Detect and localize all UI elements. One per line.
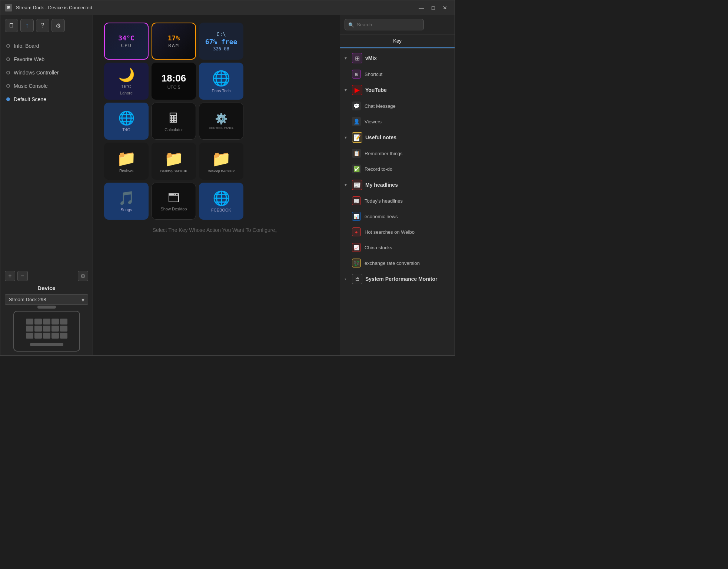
minimize-button[interactable]: —: [416, 3, 426, 12]
economic-news-icon: 📊: [352, 212, 361, 221]
remember-things-icon: 📋: [352, 149, 361, 158]
restore-button[interactable]: 🗒: [5, 19, 18, 32]
tab-key-label: Key: [393, 38, 401, 44]
plugin-group-system-performance[interactable]: › 🖥 System Performance Monitor: [340, 271, 455, 287]
useful-notes-name: Useful notes: [365, 134, 396, 140]
shortcut-icon: ⊞: [352, 70, 361, 79]
key-cpu[interactable]: 34°C CPU: [104, 23, 149, 60]
viewers-name: Viewers: [365, 119, 382, 124]
system-performance-name: System Performance Monitor: [365, 276, 438, 282]
hot-searches-weibo-icon: ●: [352, 227, 361, 236]
sidebar: 🗒 ↑ ? ⚙ Info. Board Favorite Web Windows…: [0, 15, 93, 355]
app-icon: ⊞: [5, 4, 12, 11]
device-title: Device: [5, 285, 88, 291]
hot-searches-weibo-name: Hot searches on Weibo: [365, 229, 415, 235]
device-visual: [5, 311, 88, 352]
settings-button[interactable]: ⚙: [51, 19, 65, 32]
tab-key[interactable]: Key: [340, 34, 455, 48]
sidebar-item-default-scene[interactable]: Default Scene: [0, 93, 93, 106]
plugin-item-exchange-rate[interactable]: 💱 exchange rate conversion: [340, 255, 455, 271]
key-desktop-backup-1[interactable]: 📁 Desktop BACKUP: [152, 143, 196, 180]
system-performance-icon: 🖥: [352, 274, 362, 284]
key-songs[interactable]: 🎵 Songs: [104, 183, 149, 220]
vmix-name: vMix: [365, 55, 377, 61]
nav-dot-music-console: [6, 84, 10, 88]
chat-message-icon: 💬: [352, 102, 361, 110]
search-input[interactable]: [345, 19, 424, 30]
device-key-7: [34, 326, 42, 332]
config-prompt-text: Select The Key Whose Action You Want To …: [153, 227, 280, 233]
key-t4g[interactable]: 🌐 T4G: [104, 103, 149, 140]
device-select-wrap: Stream Dock 298: [5, 294, 88, 305]
plugin-item-record-todo[interactable]: ✅ Record to-do: [340, 161, 455, 177]
key-weather[interactable]: 🌙 16°C Lahore: [104, 63, 149, 100]
nav-dot-info-board: [6, 44, 10, 48]
device-select[interactable]: Stream Dock 298: [5, 294, 88, 305]
sidebar-item-info-board[interactable]: Info. Board: [0, 39, 93, 53]
key-calculator[interactable]: 🖩 Calculator: [152, 103, 196, 140]
device-key-15: [60, 333, 67, 339]
sidebar-label-default-scene: Default Scene: [14, 96, 46, 102]
key-globe-enostech[interactable]: 🌐 Enos Tech: [199, 63, 243, 100]
plugin-item-viewers[interactable]: 👤 Viewers: [340, 114, 455, 129]
plugin-group-my-headlines[interactable]: ▾ 📰 My headlines: [340, 177, 455, 193]
scene-options-button[interactable]: ⊞: [78, 271, 88, 281]
key-reviews[interactable]: 📁 Reviews: [104, 143, 149, 180]
device-key-9: [51, 326, 59, 332]
main-content: 34°C CPU 17% RAM C:\ 67% free 326 GB 🌙 1…: [93, 15, 340, 355]
tab-bar: Key: [340, 34, 455, 49]
todays-headlines-name: Today's headlines: [365, 198, 403, 204]
chevron-system-performance: ›: [345, 276, 349, 282]
china-stocks-name: China stocks: [365, 245, 392, 250]
device-key-2: [34, 319, 42, 325]
help-button[interactable]: ?: [36, 19, 49, 32]
plugin-item-remember-things[interactable]: 📋 Remember things: [340, 146, 455, 161]
add-scene-button[interactable]: +: [5, 271, 15, 281]
economic-news-name: economic news: [365, 214, 398, 219]
config-prompt: Select The Key Whose Action You Want To …: [104, 220, 329, 241]
device-strip: [30, 343, 63, 346]
key-clock[interactable]: 18:06 UTC 5: [152, 63, 196, 100]
sidebar-toolbar: 🗒 ↑ ? ⚙: [0, 15, 93, 36]
useful-notes-icon: 📝: [352, 132, 362, 143]
sidebar-label-windows-controller: Windows Controller: [14, 70, 59, 76]
plugin-group-vmix[interactable]: ▾ ⊞ vMix: [340, 50, 455, 66]
key-ram[interactable]: 17% RAM: [152, 23, 196, 60]
nav-dot-windows-controller: [6, 71, 10, 74]
key-desktop-backup-2[interactable]: 📁 Desktop BACKUP: [199, 143, 243, 180]
close-button[interactable]: ✕: [440, 3, 450, 12]
vmix-icon: ⊞: [352, 53, 362, 63]
nav-dot-default-scene: [6, 97, 10, 101]
key-facebook[interactable]: 🌐 FCEBOOK: [199, 183, 243, 220]
remove-scene-button[interactable]: −: [17, 271, 28, 281]
todays-headlines-icon: 📰: [352, 196, 361, 205]
device-key-grid: [24, 316, 70, 341]
device-key-10: [60, 326, 67, 332]
sidebar-item-favorite-web[interactable]: Favorite Web: [0, 53, 93, 66]
plugin-item-todays-headlines[interactable]: 📰 Today's headlines: [340, 193, 455, 209]
plugin-group-youtube[interactable]: ▾ ▶ YouTube: [340, 82, 455, 98]
plugin-item-economic-news[interactable]: 📊 economic news: [340, 209, 455, 224]
plugin-item-chat-message[interactable]: 💬 Chat Message: [340, 98, 455, 114]
plugin-item-china-stocks[interactable]: 📈 China stocks: [340, 240, 455, 255]
search-wrap: 🔍: [345, 19, 450, 30]
device-key-13: [43, 333, 50, 339]
my-headlines-icon: 📰: [352, 180, 362, 190]
sidebar-label-music-console: Music Console: [14, 83, 48, 89]
device-key-8: [43, 326, 50, 332]
plugin-group-useful-notes[interactable]: ▾ 📝 Useful notes: [340, 129, 455, 146]
maximize-button[interactable]: □: [428, 3, 438, 12]
key-control-panel[interactable]: ⚙️ CONTROL PANEL: [199, 103, 243, 140]
key-show-desktop[interactable]: 🗔 Show Desktop: [152, 183, 196, 220]
plugin-item-hot-searches-weibo[interactable]: ● Hot searches on Weibo: [340, 224, 455, 240]
viewers-icon: 👤: [352, 117, 361, 126]
china-stocks-icon: 📈: [352, 243, 361, 252]
chevron-my-headlines: ▾: [345, 182, 349, 187]
titlebar: ⊞ Stream Dock - Device is Connected — □ …: [0, 0, 455, 15]
youtube-icon: ▶: [352, 85, 362, 95]
key-disk[interactable]: C:\ 67% free 326 GB: [199, 23, 243, 60]
refresh-button[interactable]: ↑: [20, 19, 34, 32]
sidebar-item-windows-controller[interactable]: Windows Controller: [0, 66, 93, 79]
sidebar-item-music-console[interactable]: Music Console: [0, 79, 93, 93]
plugin-item-shortcut[interactable]: ⊞ Shortcut: [340, 66, 455, 82]
